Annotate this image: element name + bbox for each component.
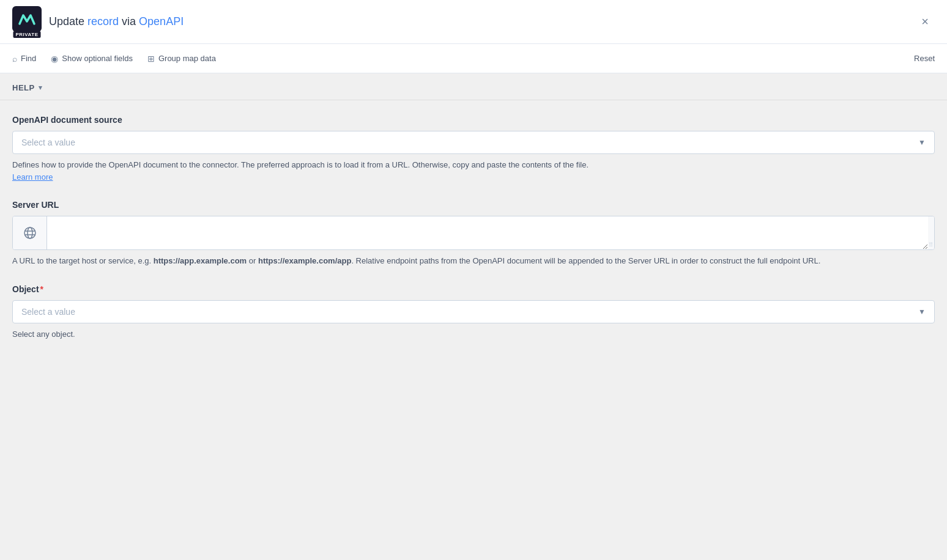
server-url-example1: https://app.example.com	[154, 256, 247, 265]
close-button[interactable]: ×	[915, 12, 935, 32]
object-section: Object* Select a value ▼ Select any obje…	[12, 284, 935, 341]
title-via: via	[119, 15, 139, 28]
object-label: Object*	[12, 284, 935, 294]
resize-icon: ⠿	[929, 241, 933, 248]
show-optional-fields-button[interactable]: ◉ Show optional fields	[51, 51, 133, 66]
find-label: Find	[21, 54, 36, 63]
form-content: OpenAPI document source Select a value ▼…	[0, 100, 947, 372]
title-prefix: Update	[49, 15, 87, 28]
help-label: HELP	[12, 83, 35, 92]
find-button[interactable]: ⌕ Find	[12, 51, 36, 66]
group-icon: ⊞	[147, 54, 155, 64]
logo-icon	[12, 6, 42, 32]
server-url-desc-middle: or	[247, 256, 258, 265]
help-section: HELP ▾	[0, 73, 947, 100]
server-url-input[interactable]	[47, 216, 928, 249]
globe-icon	[13, 216, 47, 249]
toolbar-left: ⌕ Find ◉ Show optional fields ⊞ Group ma…	[12, 51, 216, 66]
reset-button[interactable]: Reset	[914, 54, 935, 63]
eye-icon: ◉	[51, 54, 58, 64]
title-link-record[interactable]: record	[87, 15, 119, 28]
openapi-source-select[interactable]: Select a value	[13, 131, 934, 153]
learn-more-link[interactable]: Learn more	[12, 172, 53, 182]
openapi-source-description: Defines how to provide the OpenAPI docum…	[12, 159, 935, 183]
server-url-description: A URL to the target host or service, e.g…	[12, 255, 935, 267]
svg-point-0	[24, 227, 35, 238]
openapi-source-select-wrapper: Select a value ▼	[12, 131, 935, 154]
openapi-source-label: OpenAPI document source	[12, 115, 935, 125]
openapi-source-section: OpenAPI document source Select a value ▼…	[12, 115, 935, 183]
server-url-label: Server URL	[12, 200, 935, 210]
private-badge: PRIVATE	[13, 31, 41, 38]
object-label-text: Object	[12, 284, 39, 294]
server-url-wrapper: ⠿	[12, 216, 935, 250]
group-map-data-button[interactable]: ⊞ Group map data	[147, 51, 216, 66]
title-link-openapi[interactable]: OpenAPI	[139, 15, 184, 28]
help-toggle-button[interactable]: HELP ▾	[12, 83, 42, 92]
object-select-wrapper: Select a value ▼	[12, 300, 935, 323]
svg-point-1	[28, 227, 32, 238]
app-logo: PRIVATE	[12, 6, 42, 38]
page-title: Update record via OpenAPI	[49, 15, 184, 28]
toolbar: ⌕ Find ◉ Show optional fields ⊞ Group ma…	[0, 44, 947, 73]
help-chevron-icon: ▾	[39, 84, 43, 92]
required-asterisk: *	[40, 284, 43, 294]
search-icon: ⌕	[12, 54, 17, 64]
main-content: HELP ▾ OpenAPI document source Select a …	[0, 73, 947, 560]
server-url-desc-after: . Relative endpoint paths from the OpenA…	[351, 256, 820, 265]
resize-handle: ⠿	[928, 216, 934, 249]
header: PRIVATE Update record via OpenAPI ×	[0, 0, 947, 44]
server-url-example2: https://example.com/app	[258, 256, 351, 265]
object-select[interactable]: Select a value	[13, 301, 934, 323]
group-map-label: Group map data	[158, 54, 216, 63]
server-url-desc-before: A URL to the target host or service, e.g…	[12, 256, 154, 265]
openapi-source-desc-text: Defines how to provide the OpenAPI docum…	[12, 160, 589, 169]
header-left: PRIVATE Update record via OpenAPI	[12, 6, 184, 38]
show-optional-label: Show optional fields	[62, 54, 133, 63]
object-description: Select any object.	[12, 328, 935, 341]
server-url-section: Server URL ⠿ A URL to the target host or…	[12, 200, 935, 267]
